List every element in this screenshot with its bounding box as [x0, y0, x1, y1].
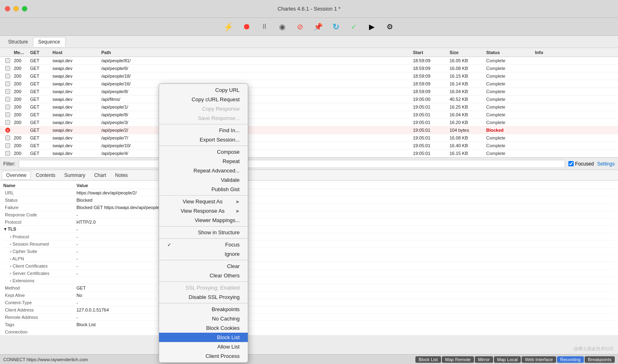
table-row[interactable]: ×GETswapi.dev/api/people/2/19:05:01104 b…: [0, 126, 618, 134]
menu-item-validate[interactable]: Validate: [159, 175, 248, 185]
table-row[interactable]: 200GETswapi.dev/api/people/16/18:59:0916…: [0, 80, 618, 88]
check-icon[interactable]: ✓: [348, 21, 360, 33]
row-start: 19:05:01: [413, 112, 450, 117]
arrow-icon[interactable]: ▶: [366, 21, 378, 33]
pin-icon[interactable]: 📌: [312, 21, 324, 33]
status-btn-web-interface[interactable]: Web Interface: [522, 356, 556, 363]
table-row[interactable]: 200GETswapi.dev/api/people/7/19:05:0116.…: [0, 134, 618, 142]
table-row[interactable]: 200GETswapi.dev/api/people/4/19:05:0116.…: [0, 150, 618, 157]
blocked-icon: ×: [5, 128, 10, 133]
sub-tab-contents[interactable]: Contents: [32, 171, 59, 179]
detail-row: › Server Certificates-: [3, 270, 615, 277]
detail-header: Name Value: [3, 182, 615, 189]
row-size: 40.52 KB: [450, 97, 486, 102]
maximize-button[interactable]: [22, 6, 27, 11]
close-button[interactable]: [5, 6, 10, 11]
menu-item-clear-others[interactable]: Clear Others: [159, 271, 248, 280]
detail-row: Kept AliveNo: [3, 292, 615, 299]
menu-item-no-caching[interactable]: No Caching: [159, 314, 248, 323]
menu-item-breakpoints[interactable]: Breakpoints: [159, 305, 248, 314]
menu-item-copy-url[interactable]: Copy URL: [159, 85, 248, 95]
menu-item-focus[interactable]: ✓Focus: [159, 240, 248, 249]
row-method: GET: [30, 74, 52, 78]
table-row[interactable]: 200GETswapi.dev/api/people/3/19:05:0116.…: [0, 119, 618, 126]
menu-item-label: Show in Structure: [198, 229, 240, 235]
table-row[interactable]: 200GETswapi.dev/api/people/10/19:05:0116…: [0, 142, 618, 150]
settings-icon[interactable]: ⚙: [384, 21, 395, 33]
detail-row: Remote Address-: [3, 314, 615, 321]
tab-sequence[interactable]: Sequence: [33, 37, 66, 47]
detail-row: › ALPN-: [3, 255, 615, 262]
menu-item-label: Copy URL: [215, 87, 240, 93]
record-icon[interactable]: ⏺: [241, 21, 252, 33]
detail-value: -: [76, 300, 615, 305]
table-row[interactable]: 200GETswapi.dev/api/people/18/18:59:0916…: [0, 72, 618, 80]
row-method: GET: [30, 97, 52, 102]
filter-input[interactable]: [19, 160, 565, 168]
detail-value: Block List: [76, 322, 615, 327]
settings-button[interactable]: Settings: [597, 161, 615, 167]
tab-structure[interactable]: Structure: [3, 37, 33, 46]
status-btn-map-remote[interactable]: Map Remote: [442, 356, 474, 363]
row-start: 19:05:01: [413, 143, 450, 148]
menu-separator: [159, 260, 248, 260]
clear-icon[interactable]: ⊘: [295, 21, 306, 33]
detail-key: › Extensions: [3, 278, 76, 283]
menu-item-label: Copy cURL Request: [192, 96, 240, 102]
status-btn-mirror[interactable]: Mirror: [475, 356, 493, 363]
menu-item-block-list[interactable]: Block List: [159, 333, 248, 342]
menu-item-disable-ssl-proxying[interactable]: Disable SSL Proxying: [159, 292, 248, 302]
focused-checkbox[interactable]: [568, 161, 574, 166]
menu-item-find-in---[interactable]: Find In...: [159, 126, 248, 135]
menu-item-repeat-advanced---[interactable]: Repeat Advanced...: [159, 166, 248, 175]
menu-item-publish-gist[interactable]: Publish Gist: [159, 185, 248, 194]
row-method: GET: [30, 58, 52, 63]
sub-tab-summary[interactable]: Summary: [60, 171, 89, 179]
sub-tab-notes[interactable]: Notes: [111, 171, 132, 179]
detail-value: -: [76, 264, 615, 268]
menu-item-export-session---[interactable]: Export Session...: [159, 135, 248, 144]
menu-item-repeat[interactable]: Repeat: [159, 157, 248, 166]
menu-item-client-process[interactable]: Client Process: [159, 351, 248, 361]
menu-item-copy-curl-request[interactable]: Copy cURL Request: [159, 95, 248, 104]
menu-item-label: Allow List: [217, 344, 240, 350]
table-row[interactable]: 200GETswapi.dev/api/people/1/19:05:0116.…: [0, 103, 618, 111]
menu-item-viewer-mappings---[interactable]: Viewer Mappings...: [159, 216, 248, 225]
menu-item-compose[interactable]: Compose: [159, 147, 248, 157]
status-btn-recording[interactable]: Recording: [557, 356, 584, 363]
menu-item-view-response-as[interactable]: View Response As▶: [159, 206, 248, 216]
menu-item-allow-list[interactable]: Allow List: [159, 342, 248, 351]
menu-item-label: Clear Others: [210, 272, 240, 279]
minimize-button[interactable]: [13, 6, 19, 11]
pause-icon[interactable]: ⏸: [259, 21, 270, 33]
refresh-icon[interactable]: ↻: [330, 21, 342, 33]
sub-tab-overview[interactable]: Overview: [2, 171, 31, 180]
table-row[interactable]: 200GETswapi.dev/api/films/19:05:0040.52 …: [0, 96, 618, 103]
detail-value: -: [76, 249, 615, 254]
status-btn-map-local[interactable]: Map Local: [494, 356, 521, 363]
menu-item-show-in-structure[interactable]: Show in Structure: [159, 228, 248, 237]
menu-item-clear[interactable]: Clear: [159, 262, 248, 271]
table-row[interactable]: 200GETswapi.dev/api/people/8/18:59:0916.…: [0, 88, 618, 96]
status-btn-block-list[interactable]: Block List: [415, 356, 441, 363]
detail-row: Content-Type-: [3, 299, 615, 306]
menu-item-label: Compose: [217, 149, 240, 155]
table-row[interactable]: 200GETswapi.dev/api/people/6/18:59:0916.…: [0, 65, 618, 72]
throttle-icon[interactable]: ◉: [277, 21, 288, 33]
row-status-icon: [2, 105, 14, 109]
menu-item-label: Client Process: [205, 353, 240, 359]
menu-item-view-request-as[interactable]: View Request As▶: [159, 197, 248, 206]
status-btn-breakpoints[interactable]: Breakpoints: [585, 356, 615, 363]
table-row[interactable]: 200GETswapi.dev/api/people/8/19:05:0116.…: [0, 111, 618, 119]
detail-key: Connection: [3, 329, 76, 334]
row-status: Complete: [486, 135, 535, 140]
row-status: Complete: [486, 143, 535, 148]
sub-tab-chart[interactable]: Chart: [90, 171, 110, 179]
menu-item-label: Repeat Advanced...: [194, 168, 240, 174]
menu-item-ignore[interactable]: Ignore: [159, 249, 248, 259]
row-method: GET: [30, 81, 52, 86]
lightning-icon[interactable]: ⚡: [223, 21, 234, 33]
table-row[interactable]: 200GETswapi.dev/api/people/81/18:59:0916…: [0, 57, 618, 65]
menu-item-block-cookies[interactable]: Block Cookies: [159, 323, 248, 333]
detail-value: No: [76, 293, 615, 298]
